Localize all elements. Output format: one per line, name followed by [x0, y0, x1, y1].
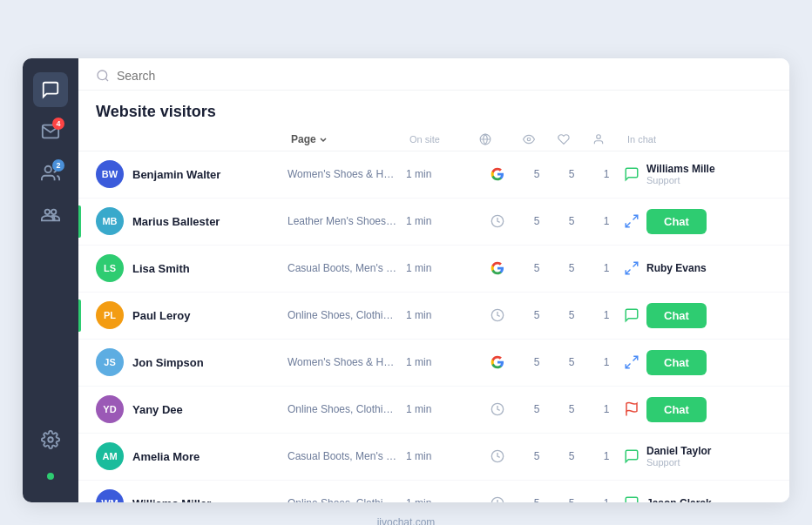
svg-point-6	[527, 138, 531, 141]
table-row: JS Jon Simpson Women's Shoes & Heels, Me…	[78, 340, 789, 387]
onsite-cell-1: 1 min	[406, 168, 476, 180]
in-chat-cell-5: Chat	[624, 350, 772, 375]
app-container: 4 2	[23, 58, 789, 502]
assigned-agent-7: Daniel Taylor Support	[646, 445, 711, 468]
header-source	[476, 128, 519, 151]
table-row: WM Williams Miller Online Shoes, Clothin…	[78, 481, 789, 502]
count-cell-1-1: 5	[519, 168, 554, 180]
header-page[interactable]: Page	[288, 128, 406, 151]
page-cell-8: Online Shoes, Clothing, Free Shipping...	[288, 497, 406, 502]
assigned-agent-1: Williams Mille Support	[646, 163, 715, 185]
visitor-cell-2: MB Marius Ballester	[96, 207, 288, 235]
timer-icon-4	[491, 308, 504, 322]
google-icon-1	[491, 167, 504, 181]
inchat-icon-5	[624, 354, 639, 370]
page-cell-5: Women's Shoes & Heels, Men's Shoes...	[288, 356, 406, 368]
chat-button-6[interactable]: Chat	[646, 397, 707, 422]
count-cell-3-2: 5	[554, 262, 589, 274]
page-cell-2: Leather Men's Shoes. End of Seasons Sale…	[288, 215, 406, 227]
svg-point-0	[45, 165, 51, 172]
count-cell-7-2: 5	[554, 450, 589, 462]
header-inchat: In chat	[624, 128, 772, 151]
count-cell-1-3: 1	[589, 168, 624, 180]
visitor-cell-4: PL Paul Leroy	[96, 301, 288, 329]
avatar-2: MB	[96, 207, 124, 235]
in-chat-cell-6: Chat	[624, 397, 772, 422]
count-cell-6-1: 5	[519, 403, 554, 415]
agent-name-3: Ruby Evans	[646, 262, 707, 274]
sidebar-icon-chat[interactable]	[33, 72, 68, 107]
visitor-name-4: Paul Leroy	[132, 309, 190, 322]
sidebar-icon-contacts[interactable]: 2	[33, 156, 68, 191]
visitor-cell-7: AM Amelia More	[96, 442, 288, 470]
avatar-3: LS	[96, 254, 124, 282]
header-c2	[554, 128, 589, 151]
main-content: Website visitors Page On site	[78, 58, 789, 502]
search-bar	[78, 58, 789, 91]
source-cell-3	[476, 261, 519, 275]
onsite-cell-5: 1 min	[406, 356, 476, 368]
source-cell-4	[476, 308, 519, 322]
outer-wrapper: 4 2	[17, 17, 795, 525]
count-cell-4-1: 5	[519, 309, 554, 321]
count-cell-5-2: 5	[554, 356, 589, 368]
avatar-8: WM	[96, 489, 124, 502]
count-cell-3-3: 1	[589, 262, 624, 274]
inchat-icon-7	[624, 448, 639, 464]
agent-role-7: Support	[646, 457, 711, 468]
source-cell-2	[476, 214, 519, 228]
source-cell-5	[476, 355, 519, 369]
onsite-cell-8: 1 min	[406, 497, 476, 502]
search-icon	[96, 69, 110, 83]
visitor-cell-1: BW Benjamin Walter	[96, 160, 288, 188]
in-chat-cell-1: Williams Mille Support	[624, 163, 772, 185]
table-row: AM Amelia More Casual Boots, Men's Shoes…	[78, 434, 789, 481]
sidebar: 4 2	[23, 58, 78, 502]
chat-button-4[interactable]: Chat	[646, 303, 707, 328]
agent-role-1: Support	[646, 175, 715, 185]
count-cell-7-3: 1	[589, 450, 624, 462]
chat-button-5[interactable]: Chat	[646, 350, 707, 375]
visitor-cell-3: LS Lisa Smith	[96, 254, 288, 282]
header-c3	[589, 128, 624, 151]
count-cell-2-1: 5	[519, 215, 554, 227]
table-row: BW Benjamin Walter Women's Shoes & Heels…	[78, 151, 789, 199]
google-icon-5	[491, 355, 504, 369]
svg-line-15	[626, 364, 630, 368]
sidebar-icon-messages[interactable]: 4	[33, 114, 68, 149]
count-cell-6-3: 1	[589, 403, 624, 415]
timer-icon-2	[491, 214, 504, 228]
svg-point-7	[597, 134, 601, 138]
status-dot	[45, 471, 56, 481]
page-cell-3: Casual Boots, Men's Shoes & Boots	[288, 262, 406, 274]
visitors-table: Page On site	[78, 128, 789, 502]
svg-point-2	[98, 71, 107, 80]
count-cell-4-3: 1	[589, 309, 624, 321]
sidebar-icon-settings[interactable]	[33, 422, 68, 457]
visitor-name-7: Amelia More	[132, 450, 200, 463]
in-chat-cell-4: Chat	[624, 303, 772, 328]
sidebar-icon-team[interactable]	[33, 198, 68, 232]
agent-name-7: Daniel Taylor	[646, 445, 711, 457]
table-header: Page On site	[78, 128, 789, 151]
count-cell-5-3: 1	[589, 356, 624, 368]
assigned-agent-3: Ruby Evans	[646, 262, 707, 274]
count-cell-4-2: 5	[554, 309, 589, 321]
count-cell-8-3: 1	[589, 497, 624, 502]
visitor-name-6: Yany Dee	[132, 403, 183, 416]
source-cell-7	[476, 449, 519, 463]
svg-line-11	[633, 262, 638, 266]
inchat-icon-1	[624, 166, 639, 182]
avatar-5: JS	[96, 348, 124, 376]
inchat-icon-4	[624, 307, 639, 323]
search-input[interactable]	[117, 69, 269, 83]
in-chat-cell-2: Chat	[624, 209, 772, 234]
avatar-1: BW	[96, 160, 124, 188]
source-cell-8	[476, 496, 519, 502]
page-title: Website visitors	[78, 91, 789, 128]
header-c1	[519, 128, 554, 151]
svg-line-10	[626, 223, 630, 227]
onsite-cell-6: 1 min	[406, 403, 476, 415]
in-chat-cell-7: Daniel Taylor Support	[624, 445, 772, 468]
chat-button-2[interactable]: Chat	[646, 209, 707, 234]
